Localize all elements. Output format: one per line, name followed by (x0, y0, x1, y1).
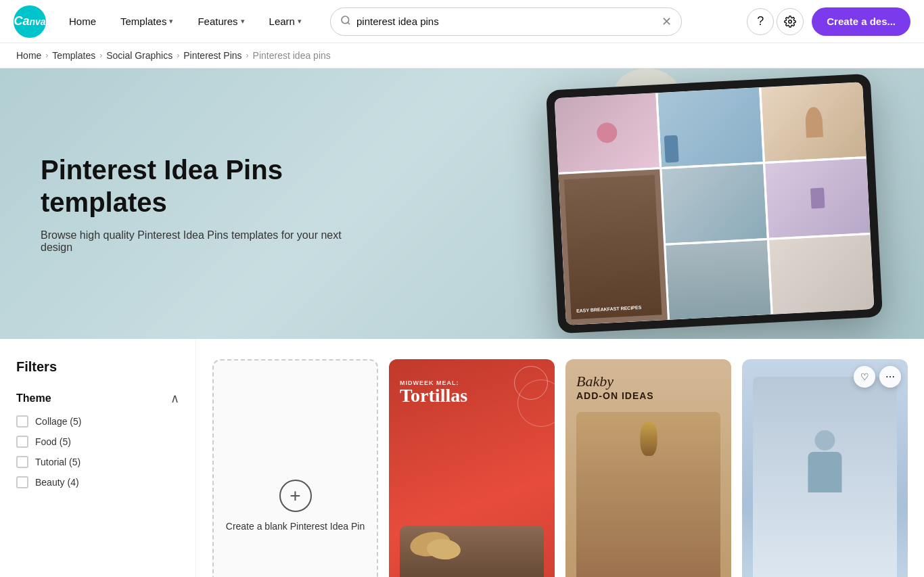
tablet-frame: EASY BREAKFAST RECIPES (546, 74, 883, 334)
hero-text-block: Pinterest Idea Pins templates Browse hig… (0, 154, 406, 254)
filter-checkbox-beauty[interactable] (16, 476, 28, 488)
filter-item-beauty[interactable]: Beauty (4) (16, 476, 179, 488)
bakby-like-button[interactable]: ♡ (677, 366, 699, 388)
hero-title: Pinterest Idea Pins templates (41, 154, 365, 218)
create-blank-card[interactable]: + Create a blank Pinterest Idea Pin (212, 359, 378, 577)
plus-icon: + (290, 485, 300, 507)
breadcrumb-sep-3: › (177, 51, 179, 60)
breadcrumb-current: Pinterest idea pins (253, 50, 331, 61)
food-item-2 (426, 537, 461, 560)
filter-label-collage: Collage (5) (35, 416, 81, 427)
blue-more-button[interactable]: ⋯ (879, 366, 901, 388)
person-body (808, 452, 842, 492)
theme-filter-toggle-icon: ∧ (170, 391, 179, 406)
svg-point-2 (789, 20, 792, 23)
tablet-cell-landscape (666, 240, 771, 320)
filter-checkbox-tutorial[interactable] (16, 456, 28, 468)
help-icon: ? (757, 14, 764, 28)
templates-chevron-icon: ▾ (169, 17, 173, 26)
nav-learn[interactable]: Learn ▾ (260, 10, 311, 32)
theme-filter-title: Theme (16, 392, 51, 405)
hero-tablet-mockup: EASY BREAKFAST RECIPES (552, 82, 904, 339)
blank-card-label: Create a blank Pinterest Idea Pin (218, 520, 373, 534)
templates-area: + Create a blank Pinterest Idea Pin MIDW… (196, 339, 924, 577)
search-bar: ✕ (330, 7, 682, 36)
search-clear-icon[interactable]: ✕ (662, 16, 672, 28)
nav-home-label: Home (69, 16, 96, 27)
theme-filter-header[interactable]: Theme ∧ (16, 391, 179, 406)
tortillas-content: MIDWEEK MEAL: Tortillas (389, 359, 555, 577)
tablet-food-label: EASY BREAKFAST RECIPES (576, 304, 656, 314)
hero-banner: Pinterest Idea Pins templates Browse hig… (0, 68, 924, 339)
template-card-tortillas[interactable]: MIDWEEK MEAL: Tortillas ♡ ··· (389, 359, 555, 577)
bakby-subtitle: ADD-ON IDEAS (576, 390, 720, 401)
breadcrumb-sep-2: › (99, 51, 102, 60)
bakby-content: Bakby ADD-ON IDEAS (565, 359, 731, 577)
nav-right-actions: ? Create a des... (747, 7, 910, 36)
settings-button[interactable] (777, 8, 804, 35)
template-card-blue-person[interactable]: wave ♡ ⋯ (742, 359, 908, 577)
person-figure (775, 430, 875, 577)
tablet-cell-food: EASY BREAKFAST RECIPES (558, 169, 667, 325)
search-input[interactable] (356, 16, 656, 27)
theme-filter-section: Theme ∧ Collage (5) Food (5) Tutorial (5… (16, 391, 179, 488)
features-chevron-icon: ▾ (241, 17, 245, 26)
help-button[interactable]: ? (747, 8, 774, 35)
tortillas-more-button[interactable]: ··· (526, 366, 548, 388)
tortillas-like-button[interactable]: ♡ (501, 366, 522, 388)
syrup-drizzle (640, 422, 657, 456)
breadcrumb-social-graphics[interactable]: Social Graphics (106, 50, 172, 61)
nav-templates[interactable]: Templates ▾ (111, 10, 183, 32)
filter-checkbox-food[interactable] (16, 436, 28, 448)
hero-subtitle: Browse high quality Pinterest Idea Pins … (41, 229, 365, 254)
navbar: Ca nva Home Templates ▾ Features ▾ Learn… (0, 0, 924, 43)
blank-card-plus-icon: + (279, 480, 312, 512)
tortillas-food-img (400, 405, 544, 577)
blue-like-button[interactable]: ♡ (854, 366, 875, 388)
nav-features-label: Features (198, 16, 237, 27)
filter-item-collage[interactable]: Collage (5) (16, 415, 179, 428)
tablet-cell-plant (662, 164, 767, 244)
filter-item-tutorial[interactable]: Tutorial (5) (16, 456, 179, 468)
nav-home[interactable]: Home (60, 10, 106, 32)
nav-features[interactable]: Features ▾ (188, 10, 254, 32)
breadcrumb-sep-4: › (246, 51, 249, 60)
svg-point-0 (342, 16, 349, 24)
main-content: Filters Theme ∧ Collage (5) Food (5) Tut… (0, 339, 924, 577)
filter-item-food[interactable]: Food (5) (16, 436, 179, 448)
breadcrumb-pinterest-pins[interactable]: Pinterest Pins (183, 50, 241, 61)
learn-chevron-icon: ▾ (298, 17, 302, 26)
breadcrumb-sep-1: › (45, 51, 48, 60)
filter-label-food: Food (5) (35, 436, 71, 447)
tablet-cell-misc (769, 235, 875, 315)
svg-line-1 (348, 22, 350, 24)
logo-text-2: nva (29, 16, 45, 27)
gear-icon (784, 16, 796, 28)
filters-panel: Filters Theme ∧ Collage (5) Food (5) Tut… (0, 339, 196, 577)
person-head (815, 430, 835, 451)
blue-person-content: wave (742, 359, 908, 577)
tablet-cell-woman (761, 82, 867, 162)
nav-learn-label: Learn (269, 16, 295, 27)
search-icon (340, 15, 351, 28)
breadcrumb-templates[interactable]: Templates (52, 50, 95, 61)
breadcrumb-home[interactable]: Home (16, 50, 41, 61)
create-design-button[interactable]: Create a des... (812, 7, 910, 36)
blue-card-overlay: ♡ ⋯ (854, 366, 901, 388)
bakby-more-button[interactable]: ··· (703, 366, 724, 388)
canva-logo[interactable]: Ca nva (14, 5, 46, 38)
logo-text: Ca (14, 14, 29, 28)
blue-person-image (753, 377, 897, 577)
bakby-food-image (576, 412, 720, 577)
filter-label-tutorial: Tutorial (5) (35, 457, 80, 467)
tablet-cell-flowers (555, 93, 660, 172)
nav-templates-label: Templates (120, 16, 166, 27)
template-card-bakby[interactable]: Bakby ADD-ON IDEAS ♡ ··· (565, 359, 731, 577)
tablet-screen: EASY BREAKFAST RECIPES (555, 82, 875, 325)
filters-title: Filters (16, 359, 179, 375)
filter-checkbox-collage[interactable] (16, 415, 28, 428)
breadcrumb: Home › Templates › Social Graphics › Pin… (0, 43, 924, 68)
filter-label-beauty: Beauty (4) (35, 477, 79, 488)
templates-grid: + Create a blank Pinterest Idea Pin MIDW… (212, 359, 908, 577)
tablet-cell-blue (657, 87, 763, 167)
